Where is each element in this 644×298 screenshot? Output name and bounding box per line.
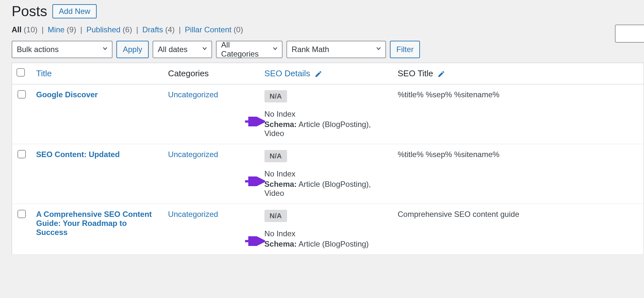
- seo-score-badge: N/A: [264, 150, 287, 162]
- seo-title-value: Comprehensive SEO content guide: [398, 210, 519, 218]
- row-checkbox[interactable]: [17, 150, 26, 158]
- filter-drafts-count: (4): [165, 25, 175, 34]
- row-checkbox[interactable]: [17, 90, 26, 99]
- filter-published[interactable]: Published: [86, 25, 120, 34]
- filter-all[interactable]: All: [12, 25, 22, 34]
- seo-title-value: %title% %sep% %sitename%: [398, 150, 499, 159]
- chevron-down-icon: [201, 45, 208, 54]
- rankmath-filter-select[interactable]: Rank Math: [286, 41, 386, 58]
- post-title-link[interactable]: Google Discover: [36, 90, 98, 99]
- column-title-sort[interactable]: Title: [36, 69, 52, 78]
- search-input[interactable]: [615, 25, 644, 43]
- filter-drafts[interactable]: Drafts: [142, 25, 163, 34]
- rankmath-filter-label: Rank Math: [292, 45, 329, 54]
- category-filter-select[interactable]: All Categories: [216, 41, 283, 58]
- edit-icon[interactable]: [437, 70, 445, 78]
- column-categories: Categories: [164, 63, 260, 84]
- chevron-down-icon: [102, 45, 109, 54]
- schema-label: Schema:: [264, 120, 297, 129]
- column-seo-details[interactable]: SEO Details: [264, 69, 310, 78]
- filter-mine-label: Mine: [48, 25, 65, 34]
- filter-pillar[interactable]: Pillar Content: [185, 25, 231, 34]
- seo-score-badge: N/A: [264, 210, 287, 222]
- index-status: No Index: [264, 169, 389, 178]
- date-filter-label: All dates: [158, 45, 188, 54]
- edit-icon[interactable]: [315, 70, 322, 78]
- chevron-down-icon: [375, 45, 382, 54]
- add-new-button[interactable]: Add New: [52, 4, 97, 18]
- apply-button[interactable]: Apply: [116, 41, 149, 58]
- filter-drafts-label: Drafts: [142, 25, 163, 34]
- filter-mine[interactable]: Mine: [48, 25, 65, 34]
- category-filter-label: All Categories: [221, 40, 268, 59]
- chevron-down-icon: [272, 45, 279, 54]
- separator: |: [78, 25, 84, 34]
- filter-all-count: (10): [24, 25, 38, 34]
- post-title-link[interactable]: A Comprehensive SEO Content Guide: Your …: [36, 210, 152, 237]
- separator: |: [177, 25, 183, 34]
- select-all-checkbox[interactable]: [16, 68, 25, 77]
- separator: |: [134, 25, 140, 34]
- bulk-actions-label: Bulk actions: [17, 45, 59, 54]
- page-title: Posts: [12, 3, 47, 19]
- bulk-actions-select[interactable]: Bulk actions: [12, 41, 113, 58]
- filter-all-label: All: [12, 25, 22, 34]
- filter-pillar-label: Pillar Content: [185, 25, 231, 34]
- row-checkbox[interactable]: [17, 210, 26, 218]
- table-row: A Comprehensive SEO Content Guide: Your …: [12, 204, 644, 255]
- post-status-filters: All (10) | Mine (9) | Published (6) | Dr…: [12, 25, 644, 34]
- filter-mine-count: (9): [67, 25, 76, 34]
- index-status: No Index: [264, 229, 389, 238]
- schema-value: Article (BlogPosting): [298, 239, 369, 248]
- filter-button[interactable]: Filter: [390, 41, 420, 58]
- column-seo-title: SEO Title: [398, 69, 433, 78]
- category-link[interactable]: Uncategorized: [168, 210, 218, 218]
- filter-published-label: Published: [86, 25, 120, 34]
- filter-published-count: (6): [123, 25, 132, 34]
- category-link[interactable]: Uncategorized: [168, 90, 218, 99]
- schema-label: Schema:: [264, 239, 297, 248]
- post-title-link[interactable]: SEO Content: Updated: [36, 150, 120, 159]
- table-row: Google Discover Uncategorized N/A No Ind…: [12, 84, 644, 144]
- separator: |: [40, 25, 46, 34]
- index-status: No Index: [264, 110, 389, 119]
- seo-title-value: %title% %sep% %sitename%: [398, 90, 499, 99]
- date-filter-select[interactable]: All dates: [153, 41, 212, 58]
- table-row: SEO Content: Updated Uncategorized N/A N…: [12, 144, 644, 204]
- schema-label: Schema:: [264, 180, 297, 188]
- seo-score-badge: N/A: [264, 90, 287, 102]
- posts-table: Title Categories SEO Details SEO Title: [12, 63, 644, 255]
- category-link[interactable]: Uncategorized: [168, 150, 218, 159]
- filter-pillar-count: (0): [234, 25, 243, 34]
